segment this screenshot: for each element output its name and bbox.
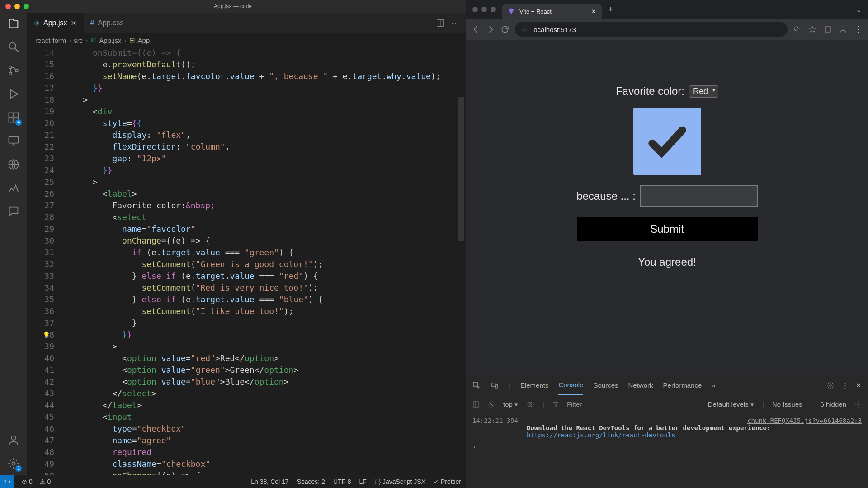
mac-zoom[interactable] (24, 4, 29, 9)
devtools-tab-sources[interactable]: Sources (593, 381, 618, 389)
devtools-tab-console[interactable]: Console (558, 375, 583, 395)
zoom-search-icon[interactable] (793, 25, 801, 33)
submit-button[interactable]: Submit (577, 217, 758, 241)
console-output[interactable]: 14:22:21.394 chunk-REFQX4J5.js?v=661468a… (466, 413, 868, 488)
site-info-icon[interactable] (521, 26, 528, 33)
svg-rect-6 (9, 118, 13, 122)
close-icon[interactable] (71, 20, 77, 26)
log-source-link[interactable]: chunk-REFQX4J5.js?v=661468a2:3 (747, 417, 862, 424)
breadcrumb-symbol[interactable]: App (138, 37, 150, 44)
console-settings-icon[interactable] (854, 401, 862, 408)
hidden-messages[interactable]: 6 hidden (820, 400, 846, 408)
live-expression-eye-icon[interactable] (526, 400, 534, 408)
accounts-icon[interactable] (7, 434, 20, 446)
forward-icon[interactable] (486, 25, 495, 34)
favorite-color-select[interactable]: Red (689, 85, 718, 98)
status-language[interactable]: { } JavaScript JSX (375, 478, 425, 485)
code-content[interactable]: onSubmit={(e) => { e.preventDefault(); s… (63, 47, 466, 475)
mac-close[interactable] (5, 4, 11, 9)
agree-checkbox[interactable] (633, 108, 701, 175)
profile-avatar-icon[interactable] (839, 25, 847, 33)
console-sidebar-icon[interactable] (472, 401, 480, 408)
remote-explorer-icon[interactable] (7, 135, 20, 147)
settings-gear-icon[interactable]: 1 (7, 457, 20, 470)
devtools-tab-performance[interactable]: Performance (663, 381, 702, 389)
devtools-tabs: | Elements Console Sources Network Perfo… (466, 375, 868, 395)
tab-app-css[interactable]: # App.css (84, 13, 130, 33)
mac-minimize[interactable] (481, 7, 487, 12)
window-title: App.jsx — code (214, 3, 252, 9)
status-formatter[interactable]: ✓ Prettier (434, 478, 461, 485)
vertical-scrollbar[interactable] (458, 97, 464, 241)
extensions-puzzle-icon[interactable] (824, 25, 832, 33)
devtools-close-icon[interactable]: ✕ (856, 381, 862, 389)
devtools-tab-network[interactable]: Network (628, 381, 653, 389)
mac-close[interactable] (472, 7, 478, 12)
tab-label: App.css (98, 19, 123, 27)
editor-region: ⚛ App.jsx # App.css ⋯ react-form › src › (27, 13, 466, 475)
svg-point-0 (9, 43, 16, 49)
device-toggle-icon[interactable] (491, 381, 499, 389)
log-url-link[interactable]: https://reactjs.org/link/react-devtools (527, 432, 675, 439)
status-eol[interactable]: LF (359, 478, 367, 485)
status-indent[interactable]: Spaces: 2 (297, 478, 325, 485)
status-bar: ⊘ 0 ⚠ 0 Ln 38, Col 17 Spaces: 2 UTF-8 LF… (0, 475, 466, 488)
status-cursor-position[interactable]: Ln 38, Col 17 (251, 478, 288, 485)
devtools-more-tabs[interactable]: » (712, 381, 715, 389)
new-tab-button[interactable]: + (602, 5, 619, 14)
browser-window: Vite + React ✕ + ⌄ localhost:5173 ⋮ Favo… (466, 0, 868, 488)
svg-point-1 (9, 66, 12, 69)
console-toolbar: top ▾ | Filter Default levels ▾ | No Iss… (466, 395, 868, 413)
breadcrumb[interactable]: react-form › src › ⚛ App.jsx › ⊞ App (27, 33, 466, 47)
svg-rect-4 (9, 113, 13, 117)
console-log-entry: 14:22:21.394 chunk-REFQX4J5.js?v=661468a… (472, 417, 862, 424)
breadcrumb-folder[interactable]: react-form (35, 37, 66, 44)
because-input[interactable] (640, 185, 758, 207)
vscode-body: 4 1 (0, 13, 466, 475)
console-prompt[interactable]: › (472, 443, 862, 450)
graph-icon[interactable] (7, 182, 20, 194)
source-control-icon[interactable] (7, 64, 20, 77)
tab-menu-chevron-icon[interactable]: ⌄ (856, 5, 862, 14)
devtools-tab-elements[interactable]: Elements (520, 381, 549, 389)
bookmark-star-icon[interactable] (808, 25, 816, 33)
settings-badge: 1 (15, 465, 22, 472)
code-editor[interactable]: 1415161718192021222324252627282930313233… (27, 47, 466, 475)
run-debug-icon[interactable] (7, 88, 20, 100)
browser-preview-icon[interactable] (7, 158, 20, 171)
log-levels-dropdown[interactable]: Default levels ▾ (708, 400, 754, 408)
clear-console-icon[interactable] (488, 401, 495, 408)
filter-funnel-icon[interactable] (552, 401, 559, 408)
mac-minimize[interactable] (14, 4, 20, 9)
status-encoding[interactable]: UTF-8 (333, 478, 351, 485)
address-bar[interactable]: localhost:5173 (515, 22, 788, 37)
tab-app-jsx[interactable]: ⚛ App.jsx (27, 13, 84, 33)
inspect-element-icon[interactable] (472, 381, 481, 389)
breadcrumb-file[interactable]: App.jsx (99, 37, 121, 44)
remote-indicator[interactable] (0, 475, 14, 488)
browser-tab[interactable]: Vite + React ✕ (502, 4, 602, 19)
svg-point-14 (794, 27, 798, 31)
extensions-icon[interactable]: 4 (7, 111, 20, 124)
search-icon[interactable] (7, 41, 20, 53)
chevron-right-icon: › (69, 37, 71, 44)
devtools-settings-icon[interactable] (826, 381, 835, 389)
explorer-icon[interactable] (7, 17, 20, 30)
issues-count[interactable]: No Issues (772, 400, 802, 408)
browser-menu-icon[interactable]: ⋮ (854, 24, 863, 34)
console-filter-input[interactable]: Filter (567, 400, 700, 408)
comment-icon[interactable] (7, 205, 20, 218)
status-warnings[interactable]: ⚠ 0 (40, 478, 51, 485)
tab-bar: ⚛ App.jsx # App.css ⋯ (27, 13, 466, 33)
status-errors[interactable]: ⊘ 0 (22, 478, 33, 485)
breadcrumb-src[interactable]: src (74, 37, 83, 44)
rendered-page: Favorite color: Red because ... : Submit… (466, 40, 868, 375)
back-icon[interactable] (472, 25, 481, 34)
close-icon[interactable]: ✕ (591, 8, 596, 15)
mac-zoom[interactable] (491, 7, 496, 12)
split-editor-icon[interactable] (436, 19, 445, 28)
execution-context[interactable]: top ▾ (503, 400, 518, 408)
reload-icon[interactable] (500, 25, 509, 34)
more-actions-icon[interactable]: ⋯ (451, 18, 459, 28)
devtools-menu-icon[interactable]: ⋮ (842, 381, 849, 389)
